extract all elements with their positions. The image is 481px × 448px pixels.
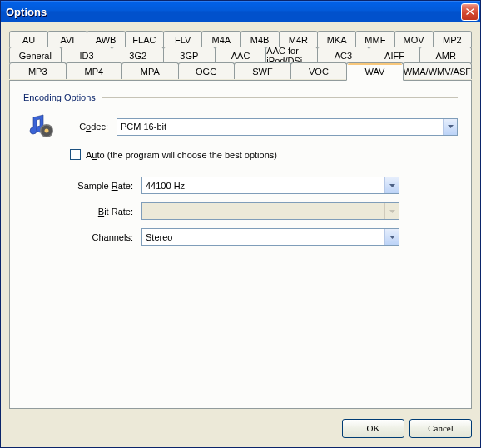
tab-awb[interactable]: AWB <box>87 31 126 47</box>
chevron-down-icon <box>389 184 395 187</box>
tab-wav[interactable]: WAV <box>346 62 404 81</box>
tab-label: MP3 <box>28 67 47 77</box>
channels-row: Channels: Stereo <box>70 228 458 246</box>
close-button[interactable] <box>461 3 479 21</box>
tab-label: MPA <box>141 67 160 77</box>
tab-label: 3GP <box>180 51 198 61</box>
bit-rate-label: Bit Rate: <box>70 207 141 217</box>
tab-label: WAV <box>365 67 385 77</box>
sample-rate-combo-button[interactable] <box>384 177 399 193</box>
tab-label: AU <box>22 35 35 45</box>
bit-rate-row: Bit Rate: <box>70 202 458 220</box>
auto-label[interactable]: Auto (the program will choose the best o… <box>86 150 277 160</box>
tab-label: VOC <box>309 67 329 77</box>
codec-combo-value: PCM 16-bit <box>117 119 443 135</box>
window-title: Options <box>6 6 461 18</box>
tab-au[interactable]: AU <box>9 31 48 47</box>
tab-accent <box>348 63 402 65</box>
group-line <box>102 97 458 98</box>
svg-point-2 <box>45 129 49 133</box>
tab-label: MOV <box>404 35 424 45</box>
tab-label: MP4 <box>84 67 103 77</box>
tab-amr[interactable]: AMR <box>419 47 472 63</box>
group-title: Encoding Options <box>23 92 96 102</box>
tab-mov[interactable]: MOV <box>394 31 434 47</box>
ok-button[interactable]: OK <box>342 419 404 438</box>
tab-mp2[interactable]: MP2 <box>433 31 472 47</box>
tab-aac[interactable]: AAC <box>215 47 267 63</box>
channels-combo[interactable]: Stereo <box>141 228 399 246</box>
auto-checkbox[interactable] <box>70 149 81 160</box>
tab-label: FLV <box>175 35 191 45</box>
tab-label: SWF <box>252 67 272 77</box>
tab-aiff[interactable]: AIFF <box>369 47 421 63</box>
auto-row: Auto (the program will choose the best o… <box>23 149 458 160</box>
codec-row: Codec: PCM 16-bit <box>23 114 458 139</box>
codec-combo[interactable]: PCM 16-bit <box>117 118 458 136</box>
sample-rate-value: 44100 Hz <box>142 177 384 193</box>
tab-label: WMA/WMV/ASF <box>404 67 471 77</box>
tab-voc[interactable]: VOC <box>290 62 348 79</box>
tab-label: ID3 <box>79 51 93 61</box>
tab-label: General <box>19 51 52 61</box>
client-area: AUAVIAWBFLACFLVM4AM4BM4RMKAMMFMOVMP2 Gen… <box>1 22 480 409</box>
tab-ogg[interactable]: OGG <box>178 62 236 79</box>
bit-rate-combo-button <box>384 203 399 219</box>
tab-label: MKA <box>327 35 347 45</box>
channels-label: Channels: <box>70 232 141 242</box>
tab-label: M4A <box>212 35 231 45</box>
tab-mp3[interactable]: MP3 <box>9 62 67 79</box>
fields-block: Sample Rate: 44100 Hz Bit Rate: <box>23 177 458 246</box>
tab-general[interactable]: General <box>9 47 62 63</box>
tab-label: AWB <box>96 35 117 45</box>
tab-mp4[interactable]: MP4 <box>66 62 123 79</box>
tab-aac-for-ipod-dsi[interactable]: AAC for iPod/DSi <box>265 47 318 63</box>
chevron-down-icon <box>389 210 395 213</box>
button-bar: OK Cancel <box>1 409 480 447</box>
tab-mmf[interactable]: MMF <box>355 31 394 47</box>
tab-label: 3G2 <box>129 51 146 61</box>
music-note-speaker-icon <box>28 114 55 139</box>
tab-swf[interactable]: SWF <box>234 62 291 79</box>
tab-label: M4R <box>289 35 308 45</box>
tab-flv[interactable]: FLV <box>163 31 202 47</box>
tab-label: AVI <box>60 35 74 45</box>
tab-mka[interactable]: MKA <box>317 31 356 47</box>
sample-rate-row: Sample Rate: 44100 Hz <box>70 177 458 194</box>
tab-3g2[interactable]: 3G2 <box>112 47 164 63</box>
tab-3gp[interactable]: 3GP <box>163 47 216 63</box>
options-window: Options AUAVIAWBFLACFLVM4AM4BM4RMKAMMFMO… <box>0 0 481 448</box>
bit-rate-value <box>142 203 384 219</box>
tab-mpa[interactable]: MPA <box>121 62 179 79</box>
group-header: Encoding Options <box>23 92 458 102</box>
sample-rate-combo[interactable]: 44100 Hz <box>141 177 399 194</box>
tab-label: FLAC <box>132 35 156 45</box>
tab-id3[interactable]: ID3 <box>61 47 113 63</box>
codec-combo-button[interactable] <box>443 119 457 135</box>
tab-ac3[interactable]: AC3 <box>317 47 369 63</box>
cancel-button[interactable]: Cancel <box>409 419 472 438</box>
tab-label: AAC <box>231 51 250 61</box>
tab-pane: Encoding Options Codec: <box>9 80 472 409</box>
tab-label: MP2 <box>443 35 462 45</box>
audio-icon-cell <box>23 114 60 139</box>
chevron-down-icon <box>389 236 395 239</box>
tab-strip: AUAVIAWBFLACFLVM4AM4BM4RMKAMMFMOVMP2 Gen… <box>9 31 472 81</box>
titlebar[interactable]: Options <box>1 1 480 22</box>
channels-combo-button[interactable] <box>384 229 399 245</box>
tab-label: AC3 <box>335 51 352 61</box>
tab-m4a[interactable]: M4A <box>201 31 240 47</box>
tab-flac[interactable]: FLAC <box>125 31 164 47</box>
codec-label: Codec: <box>60 122 117 132</box>
tab-label: AMR <box>435 51 455 61</box>
chevron-down-icon <box>448 125 454 128</box>
tab-avi[interactable]: AVI <box>47 31 87 47</box>
tab-label: MMF <box>364 35 385 45</box>
bit-rate-combo <box>141 202 399 220</box>
tab-label: M4B <box>250 35 270 45</box>
tab-label: AIFF <box>384 51 404 61</box>
tab-label: OGG <box>196 67 217 77</box>
sample-rate-label: Sample Rate: <box>70 181 141 191</box>
tab-wma-wmv-asf[interactable]: WMA/WMV/ASF <box>403 62 472 79</box>
channels-value: Stereo <box>142 229 384 245</box>
